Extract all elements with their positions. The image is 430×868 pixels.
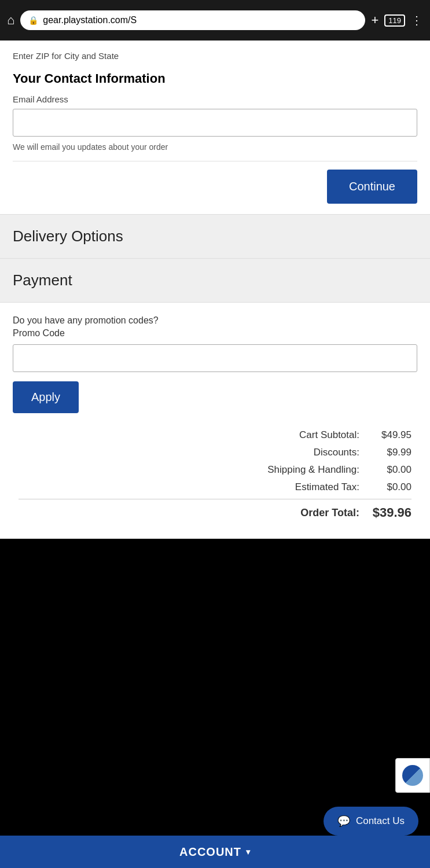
email-label: Email Address [13, 94, 417, 104]
continue-row: Continue [13, 161, 417, 214]
new-tab-button[interactable]: + [371, 13, 378, 28]
tax-row: Estimated Tax: $0.00 [19, 481, 411, 493]
contact-us-label: Contact Us [356, 815, 405, 827]
shipping-value: $0.00 [371, 464, 411, 476]
discounts-row: Discounts: $9.99 [19, 447, 411, 458]
shipping-row: Shipping & Handling: $0.00 [19, 464, 411, 476]
tabs-count-badge[interactable]: 119 [384, 14, 405, 27]
chat-icon: 💬 [337, 815, 350, 827]
total-value: $39.96 [371, 505, 411, 520]
subtotal-value: $49.95 [371, 429, 411, 441]
discounts-value: $9.99 [371, 447, 411, 458]
contact-section-title: Your Contact Information [13, 71, 417, 86]
browser-menu-button[interactable]: ⋮ [411, 13, 423, 27]
delivery-title: Delivery Options [13, 227, 417, 245]
tax-value: $0.00 [371, 481, 411, 493]
captcha-widget[interactable] [395, 758, 430, 793]
discounts-label: Discounts: [314, 447, 359, 458]
subtotal-label: Cart Subtotal: [299, 429, 359, 441]
promo-section: Do you have any promotion codes? Promo C… [0, 303, 430, 539]
contact-section: Enter ZIP for City and State Your Contac… [0, 41, 430, 215]
apply-button[interactable]: Apply [13, 381, 79, 413]
delivery-section: Delivery Options [0, 215, 430, 259]
lock-icon: 🔒 [28, 16, 38, 25]
payment-section: Payment [0, 259, 430, 303]
continue-button[interactable]: Continue [327, 170, 417, 204]
promo-question: Do you have any promotion codes? [13, 315, 417, 326]
contact-us-bar: 💬 Contact Us [324, 807, 418, 836]
tax-label: Estimated Tax: [295, 481, 359, 493]
address-bar[interactable]: 🔒 gear.playstation.com/S [20, 10, 365, 30]
page-content: Enter ZIP for City and State Your Contac… [0, 41, 430, 539]
zip-hint: Enter ZIP for City and State [13, 51, 417, 61]
email-input[interactable] [13, 109, 417, 137]
payment-title: Payment [13, 271, 417, 289]
address-text: gear.playstation.com/S [43, 15, 137, 25]
captcha-logo [402, 765, 423, 786]
contact-us-button[interactable]: 💬 Contact Us [324, 807, 418, 836]
chevron-down-icon: ▾ [246, 847, 251, 856]
total-row: Order Total: $39.96 [19, 505, 411, 520]
bottom-nav[interactable]: ACCOUNT ▾ [0, 836, 430, 868]
promo-code-input[interactable] [13, 344, 417, 372]
browser-chrome: ⌂ 🔒 gear.playstation.com/S + 119 ⋮ [0, 0, 430, 41]
order-summary: Cart Subtotal: $49.95 Discounts: $9.99 S… [13, 429, 417, 520]
summary-divider [19, 499, 411, 499]
home-icon[interactable]: ⌂ [7, 13, 14, 28]
browser-actions: + 119 ⋮ [371, 13, 423, 28]
subtotal-row: Cart Subtotal: $49.95 [19, 429, 411, 441]
email-hint: We will email you updates about your ord… [13, 142, 417, 152]
promo-label: Promo Code [13, 328, 417, 339]
bottom-nav-label: ACCOUNT [179, 845, 241, 859]
total-label: Order Total: [300, 507, 359, 519]
shipping-label: Shipping & Handling: [267, 464, 359, 476]
